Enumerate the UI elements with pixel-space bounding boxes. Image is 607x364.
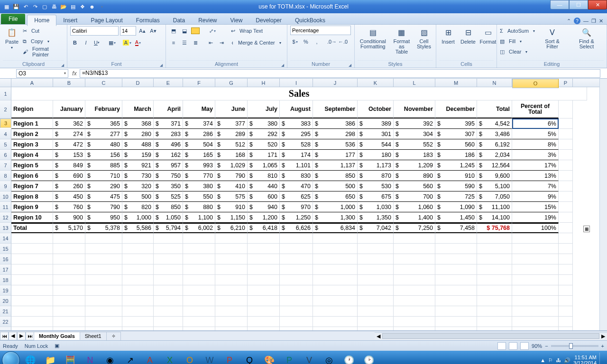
cell[interactable]	[559, 254, 573, 264]
cell[interactable]: $7,250	[394, 223, 435, 233]
cell[interactable]	[435, 327, 477, 331]
cell[interactable]	[512, 233, 559, 244]
cell[interactable]: $480	[85, 139, 122, 150]
autofill-options-icon[interactable]: ▦	[583, 226, 590, 232]
cell[interactable]	[358, 275, 394, 285]
macro-record-icon[interactable]: ▣	[55, 343, 59, 349]
cell[interactable]	[477, 244, 512, 254]
cell[interactable]: $1,209	[394, 160, 435, 171]
align-left-button[interactable]: ≡	[169, 38, 178, 47]
cell[interactable]	[183, 233, 215, 244]
cell[interactable]: $675	[358, 191, 394, 202]
cell[interactable]: September	[313, 100, 358, 118]
tray-up-icon[interactable]: ▲	[540, 357, 545, 363]
cell[interactable]: 100%	[512, 223, 559, 233]
cell[interactable]: $1,400	[394, 212, 435, 223]
cell[interactable]	[122, 264, 154, 275]
cell[interactable]	[85, 296, 122, 306]
cell[interactable]	[122, 296, 154, 306]
cell[interactable]: March	[122, 100, 154, 118]
qat-icon-3[interactable]: ☻	[88, 3, 96, 10]
cell[interactable]	[559, 317, 573, 327]
cell[interactable]	[85, 233, 122, 244]
cell[interactable]	[215, 296, 248, 306]
cell[interactable]: $298	[313, 129, 358, 139]
cell[interactable]: $392	[394, 118, 435, 129]
cell[interactable]	[11, 233, 53, 244]
cell[interactable]	[248, 327, 280, 331]
cell[interactable]	[215, 244, 248, 254]
cell[interactable]	[477, 285, 512, 296]
cell[interactable]: $371	[154, 118, 183, 129]
page-layout-view-button[interactable]	[509, 342, 517, 350]
cell[interactable]: $530	[358, 181, 394, 191]
fill-color-button[interactable]: A	[122, 38, 132, 47]
cell[interactable]: December	[435, 100, 477, 118]
decrease-decimal-button[interactable]: ←.0	[338, 37, 348, 46]
column-header[interactable]: M	[435, 79, 477, 87]
cell[interactable]	[11, 264, 53, 275]
cell[interactable]: $307	[435, 129, 477, 139]
cell[interactable]	[358, 306, 394, 317]
cell[interactable]	[122, 275, 154, 285]
cell[interactable]: $9,600	[477, 171, 512, 181]
cell[interactable]: Region 4	[11, 150, 53, 160]
cell[interactable]: $450	[53, 191, 85, 202]
cell[interactable]: $171	[248, 150, 280, 160]
cell[interactable]	[215, 233, 248, 244]
cell[interactable]	[122, 327, 154, 331]
taskbar-quicken-icon[interactable]: Q	[240, 353, 259, 364]
fill-button[interactable]: ▧ Fill ▾	[500, 36, 535, 46]
taskbar-app-icon[interactable]: ◉	[101, 353, 120, 364]
cell[interactable]: $1,350	[358, 212, 394, 223]
orientation-button[interactable]: ⤢	[208, 26, 217, 36]
merge-center-button[interactable]: ⫞ Merge & Center ▾	[231, 37, 281, 48]
row-header[interactable]: 19	[0, 285, 11, 296]
help-icon[interactable]: ?	[574, 18, 580, 24]
cell[interactable]: $277	[85, 129, 122, 139]
column-header[interactable]: B	[53, 79, 85, 87]
cell[interactable]: $544	[358, 139, 394, 150]
cell[interactable]: November	[394, 100, 435, 118]
cell[interactable]: $380	[248, 118, 280, 129]
cell[interactable]	[53, 244, 85, 254]
row-header[interactable]: 16	[0, 254, 11, 264]
cell[interactable]: $377	[215, 118, 248, 129]
cell[interactable]: Region 1	[11, 118, 53, 129]
cell[interactable]	[85, 285, 122, 296]
ribbon-tab-data[interactable]: Data	[166, 15, 192, 26]
zoom-out-button[interactable]: −	[545, 343, 548, 349]
cell[interactable]	[559, 150, 573, 160]
qat-icon-2[interactable]: ❖	[79, 3, 86, 10]
shrink-font-button[interactable]: A▾	[148, 26, 158, 36]
cell[interactable]	[280, 233, 313, 244]
open-icon[interactable]: 📂	[60, 3, 67, 10]
format-as-table-button[interactable]: ▦Format as Table	[390, 26, 413, 55]
cell[interactable]: $820	[122, 202, 154, 212]
ribbon-tab-developer[interactable]: Developer	[249, 15, 288, 26]
cell[interactable]: $830	[280, 171, 313, 181]
sheet-title[interactable]: Sales	[11, 87, 587, 100]
dialog-launcher-icon[interactable]: ◢	[160, 63, 163, 67]
worksheet-grid[interactable]: ABCDEFGHIJKLMNOP 1 Sales2RegionJanuaryFe…	[0, 79, 607, 331]
cell[interactable]	[435, 275, 477, 285]
column-header[interactable]: E	[154, 79, 183, 87]
row-header[interactable]: 15	[0, 244, 11, 254]
cell[interactable]	[559, 139, 573, 150]
cell[interactable]: $5,794	[154, 223, 183, 233]
cell[interactable]	[280, 296, 313, 306]
row-header[interactable]: 7	[0, 160, 11, 171]
cell[interactable]	[394, 264, 435, 275]
cell[interactable]	[559, 118, 573, 129]
cell[interactable]: $389	[358, 118, 394, 129]
cell[interactable]: $1,173	[358, 160, 394, 171]
row-header[interactable]: 10	[0, 191, 11, 202]
cell[interactable]	[154, 296, 183, 306]
cell[interactable]: $177	[313, 150, 358, 160]
cell[interactable]	[280, 244, 313, 254]
cell[interactable]	[358, 254, 394, 264]
cell[interactable]	[512, 317, 559, 327]
cell[interactable]: August	[280, 100, 313, 118]
cell[interactable]: $3,486	[477, 129, 512, 139]
row-header[interactable]: 2	[0, 100, 11, 118]
